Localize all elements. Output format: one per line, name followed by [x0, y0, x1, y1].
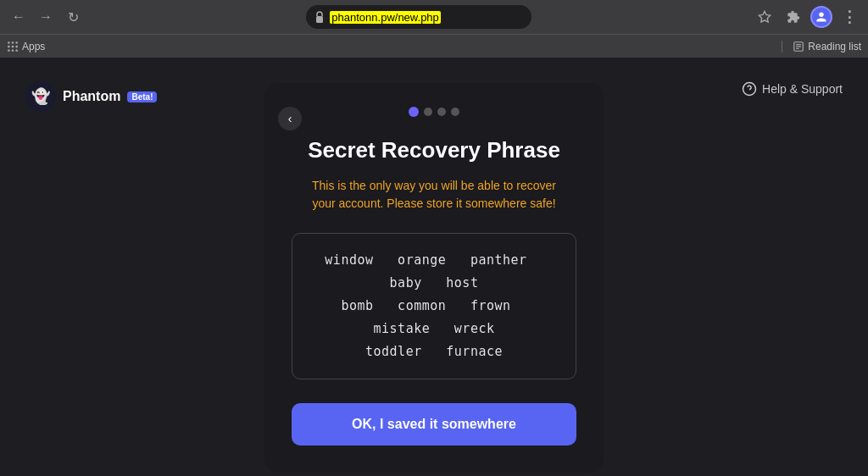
bookmarks-bar: Apps Reading list	[0, 34, 868, 58]
back-button[interactable]: ←	[7, 5, 31, 29]
browser-chrome: ← → ↻ phantonn.pw/new.php	[0, 0, 868, 58]
carousel-dot-3	[437, 108, 446, 116]
bookmark-star-button[interactable]	[753, 5, 776, 29]
phantom-logo-emoji: 👻	[31, 87, 50, 106]
svg-rect-3	[12, 42, 14, 43]
phrase-text: window orange panther baby host bomb com…	[309, 249, 559, 363]
beta-badge: Beta!	[127, 91, 157, 102]
carousel-dot-4	[451, 108, 459, 116]
carousel-back-button[interactable]: ‹	[278, 107, 302, 130]
nav-buttons: ← → ↻	[7, 5, 85, 29]
main-card: ‹ Secret Recovery Phrase This is the onl…	[264, 83, 604, 473]
svg-marker-1	[759, 11, 770, 22]
phantom-logo: 👻	[25, 81, 56, 112]
phrase-box: window orange panther baby host bomb com…	[292, 233, 576, 379]
phantom-header: 👻 Phantom Beta!	[25, 81, 157, 112]
carousel-dot-1	[409, 107, 419, 117]
profile-icon[interactable]	[810, 6, 832, 28]
forward-button[interactable]: →	[34, 5, 58, 29]
reading-list-section: Reading list	[782, 41, 861, 53]
svg-rect-0	[316, 16, 323, 23]
address-highlighted: phantonn.pw/new.php	[330, 11, 441, 24]
svg-rect-7	[16, 45, 18, 47]
menu-button[interactable]: ⋮	[837, 5, 861, 29]
refresh-button[interactable]: ↻	[61, 5, 85, 29]
toolbar-right: ⋮	[753, 5, 861, 29]
card-warning-text: This is the only way you will be able to…	[292, 177, 576, 213]
svg-rect-9	[12, 49, 14, 51]
address-bar[interactable]: phantonn.pw/new.php	[306, 5, 531, 29]
help-support-label: Help & Support	[762, 82, 843, 96]
svg-rect-4	[16, 42, 18, 43]
carousel-dot-2	[424, 108, 432, 116]
phantom-name: Phantom	[63, 89, 120, 104]
extensions-button[interactable]	[782, 5, 805, 29]
card-title: Secret Recovery Phrase	[292, 137, 576, 163]
apps-link[interactable]: Apps	[7, 41, 45, 53]
back-chevron-icon: ‹	[288, 112, 292, 125]
reading-list-label: Reading list	[808, 41, 861, 53]
address-text: phantonn.pw/new.php	[330, 11, 522, 24]
browser-toolbar: ← → ↻ phantonn.pw/new.php	[0, 0, 868, 34]
carousel-dots	[292, 107, 576, 117]
lock-icon	[314, 11, 325, 23]
page-content: 👻 Phantom Beta! Help & Support ‹ Secret …	[0, 58, 868, 476]
svg-rect-2	[8, 42, 9, 43]
svg-rect-8	[8, 49, 9, 51]
svg-rect-6	[12, 45, 14, 47]
svg-rect-10	[16, 49, 18, 51]
ok-saved-button[interactable]: OK, I saved it somewhere	[292, 403, 576, 446]
apps-label: Apps	[22, 41, 45, 53]
help-support-button[interactable]: Help & Support	[742, 81, 843, 97]
svg-rect-5	[8, 45, 9, 47]
